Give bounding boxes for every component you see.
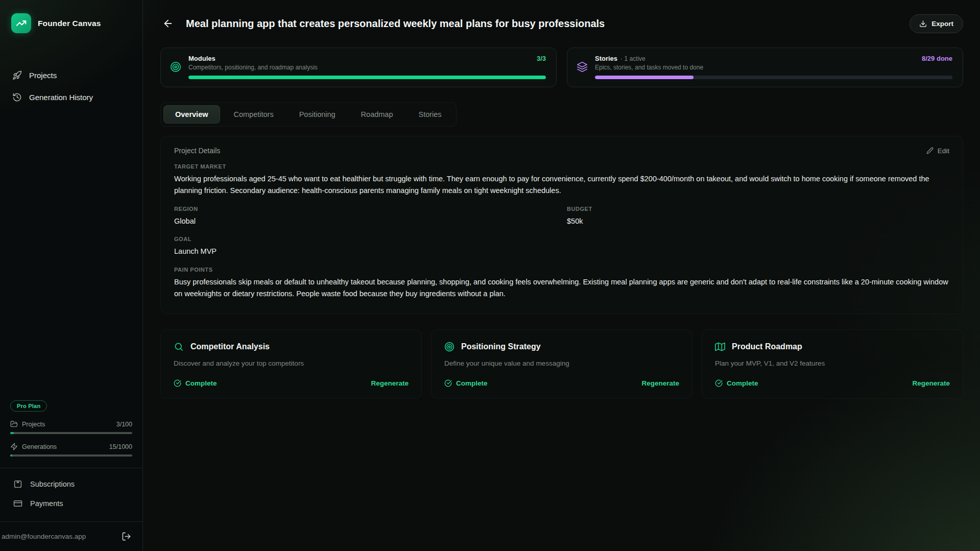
tab-competitors[interactable]: Competitors <box>222 105 285 124</box>
usage-fill <box>10 432 14 434</box>
progress-count: 8/29 done <box>922 55 952 62</box>
progress-summary: Modules 3/3 Competitors, positioning, an… <box>160 47 963 87</box>
back-button[interactable] <box>160 16 176 31</box>
field-value-budget: $50k <box>567 215 949 227</box>
panel-title: Project Details <box>174 147 220 155</box>
usage-label: Projects <box>22 421 45 428</box>
logout-icon <box>122 532 131 541</box>
plan-badge: Pro Plan <box>10 400 47 412</box>
credit-card-icon <box>13 499 22 508</box>
app-logo: Founder Canvas <box>0 0 142 38</box>
check-circle-icon <box>174 379 181 387</box>
usage-value: 15/1000 <box>109 443 132 450</box>
usage-label: Generations <box>22 443 57 450</box>
field-label-pain-points: Pain Points <box>174 267 949 273</box>
stories-progress-card: Stories · 1 active 8/29 done Epics, stor… <box>567 47 963 87</box>
app-title: Founder Canvas <box>38 19 101 28</box>
sidebar-item-payments[interactable]: Payments <box>7 495 135 512</box>
product-roadmap-card: Product Roadmap Plan your MVP, V1, and V… <box>702 329 963 399</box>
sidebar-item-subscriptions[interactable]: Subscriptions <box>7 475 135 493</box>
field-label-region: Region <box>174 206 557 212</box>
check-circle-icon <box>444 379 452 387</box>
folder-icon <box>10 420 18 428</box>
rocket-icon <box>12 70 22 80</box>
tab-stories[interactable]: Stories <box>407 105 453 124</box>
pencil-icon <box>926 147 934 154</box>
project-details-panel: Project Details Edit Target Market Worki… <box>160 136 963 314</box>
edit-label: Edit <box>938 147 949 155</box>
module-title: Competitor Analysis <box>190 342 270 351</box>
page-header: Meal planning app that creates personali… <box>160 12 963 35</box>
target-icon <box>444 342 455 352</box>
sidebar-item-label: Generation History <box>29 93 93 102</box>
status-label: Complete <box>456 379 488 387</box>
module-title: Product Roadmap <box>732 342 802 351</box>
card-title-suffix: · 1 active <box>620 55 646 62</box>
tab-roadmap[interactable]: Roadmap <box>349 105 405 124</box>
progress-count: 3/3 <box>537 55 546 62</box>
sidebar-item-label: Subscriptions <box>30 480 75 488</box>
logout-button[interactable] <box>121 531 132 542</box>
usage-value: 3/100 <box>116 421 132 428</box>
status-label: Complete <box>185 379 217 387</box>
module-status: Complete <box>444 379 488 387</box>
sidebar-item-generation-history[interactable]: Generation History <box>7 88 135 107</box>
sidebar-item-label: Projects <box>29 71 57 80</box>
tab-overview[interactable]: Overview <box>163 105 220 124</box>
module-status: Complete <box>715 379 758 387</box>
module-status: Complete <box>174 379 217 387</box>
usage-generations: Generations 15/1000 <box>10 443 132 457</box>
usage-fill <box>10 454 12 457</box>
module-description: Discover and analyze your top competitor… <box>174 360 409 367</box>
card-title: Stories <box>595 55 617 62</box>
field-label-target-market: Target Market <box>174 163 949 170</box>
zap-icon <box>10 443 18 450</box>
progress-bar <box>595 76 952 79</box>
card-subtitle: Epics, stories, and tasks moved to done <box>595 64 952 71</box>
usage-projects: Projects 3/100 <box>10 420 132 434</box>
user-email: admin@foundercanvas.app <box>2 533 86 540</box>
edit-button[interactable]: Edit <box>926 147 949 155</box>
regenerate-button[interactable]: Regenerate <box>641 379 679 387</box>
regenerate-button[interactable]: Regenerate <box>912 379 950 387</box>
sidebar-footer: admin@foundercanvas.app <box>0 521 142 551</box>
sidebar: Founder Canvas Projects Generation Histo… <box>0 0 143 551</box>
main-content: Meal planning app that creates personali… <box>143 0 980 551</box>
field-value-goal: Launch MVP <box>174 246 949 257</box>
sidebar-item-projects[interactable]: Projects <box>7 66 135 85</box>
trending-up-icon <box>16 18 27 29</box>
primary-nav: Projects Generation History <box>0 38 142 107</box>
target-icon <box>170 61 181 73</box>
module-cards: Competitor Analysis Discover and analyze… <box>160 329 963 399</box>
field-value-target-market: Working professionals aged 25-45 who wan… <box>174 173 949 197</box>
sidebar-item-label: Payments <box>30 499 63 508</box>
check-circle-icon <box>715 379 723 387</box>
field-label-budget: Budget <box>567 206 949 212</box>
tabs-bar: Overview Competitors Positioning Roadmap… <box>160 102 457 127</box>
module-description: Plan your MVP, V1, and V2 features <box>715 360 950 367</box>
module-title: Positioning Strategy <box>461 342 541 351</box>
regenerate-button[interactable]: Regenerate <box>371 379 409 387</box>
tab-positioning[interactable]: Positioning <box>288 105 347 124</box>
layers-icon <box>577 61 588 73</box>
competitor-analysis-card: Competitor Analysis Discover and analyze… <box>160 329 422 399</box>
progress-bar <box>188 76 546 79</box>
usage-bar <box>10 454 132 457</box>
export-label: Export <box>931 20 953 28</box>
secondary-nav: Subscriptions Payments <box>0 468 142 517</box>
package-icon <box>13 480 22 489</box>
card-title: Modules <box>188 55 216 62</box>
progress-fill <box>188 76 546 79</box>
search-icon <box>174 342 184 352</box>
arrow-left-icon <box>162 18 174 29</box>
modules-progress-card: Modules 3/3 Competitors, positioning, an… <box>160 47 557 87</box>
status-label: Complete <box>727 379 758 387</box>
export-button[interactable]: Export <box>910 14 963 33</box>
download-icon <box>919 20 927 28</box>
field-label-goal: Goal <box>174 236 949 242</box>
progress-fill <box>595 76 694 79</box>
module-description: Define your unique value and messaging <box>444 360 679 367</box>
field-value-pain-points: Busy professionals skip meals or default… <box>174 276 949 300</box>
usage-bar <box>10 432 132 434</box>
card-subtitle: Competitors, positioning, and roadmap an… <box>188 64 546 71</box>
